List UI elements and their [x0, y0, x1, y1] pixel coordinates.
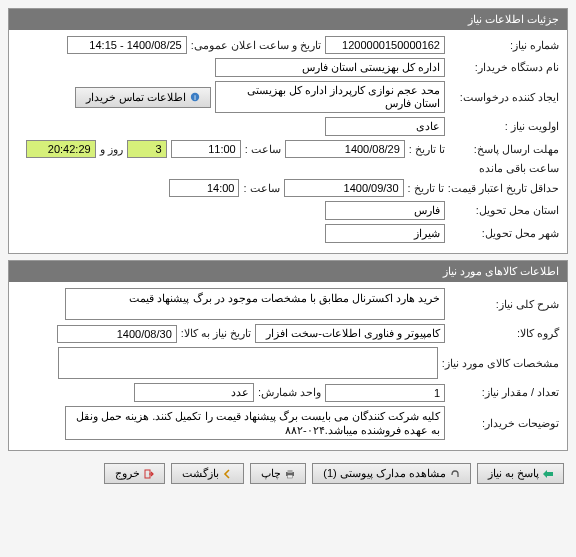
label-time-1: ساعت : — [245, 143, 281, 156]
field-price-valid-date: 1400/09/30 — [284, 179, 404, 197]
label-reply-deadline: مهلت ارسال پاسخ: — [449, 143, 559, 156]
label-buyer-notes: توضیحات خریدار: — [449, 417, 559, 430]
field-spec — [58, 347, 438, 379]
label-city: شهر محل تحویل: — [449, 227, 559, 240]
label-province: استان محل تحویل: — [449, 204, 559, 217]
attachment-icon — [450, 469, 460, 479]
field-deadline-date: 1400/08/29 — [285, 140, 405, 158]
label-creator: ایجاد کننده درخواست: — [449, 91, 559, 104]
need-details-panel: جزئیات اطلاعات نیاز شماره نیاز: 12000001… — [8, 8, 568, 254]
back-button[interactable]: بازگشت — [171, 463, 244, 484]
field-buyer: اداره کل بهزیستی استان فارس — [215, 58, 445, 77]
field-price-valid-time: 14:00 — [169, 179, 239, 197]
svg-rect-3 — [288, 470, 293, 473]
label-priority: اولویت نیاز : — [449, 120, 559, 133]
attachments-label: مشاهده مدارک پیوستی (1) — [323, 467, 446, 480]
label-time-2: ساعت : — [243, 182, 279, 195]
goods-info-panel: اطلاعات کالاهای مورد نیاز شرح کلی نیاز: … — [8, 260, 568, 451]
field-need-date: 1400/08/30 — [57, 325, 177, 343]
exit-button[interactable]: خروج — [104, 463, 165, 484]
back-icon — [223, 469, 233, 479]
buyer-contact-button[interactable]: i اطلاعات تماس خریدار — [75, 87, 211, 108]
field-unit: عدد — [134, 383, 254, 402]
need-details-body: شماره نیاز: 1200000150000162 تاریخ و ساع… — [9, 30, 567, 253]
field-city: شیراز — [325, 224, 445, 243]
label-overall-desc: شرح کلی نیاز: — [449, 298, 559, 311]
label-days-word: روز و — [100, 143, 123, 156]
field-remaining-days: 3 — [127, 140, 167, 158]
action-bar: پاسخ به نیاز مشاهده مدارک پیوستی (1) چاپ… — [8, 457, 568, 490]
field-deadline-time: 11:00 — [171, 140, 241, 158]
label-price-to-date: تا تاریخ : — [408, 182, 444, 195]
label-to-date-1: تا تاریخ : — [409, 143, 445, 156]
need-details-header: جزئیات اطلاعات نیاز — [9, 9, 567, 30]
attachments-button[interactable]: مشاهده مدارک پیوستی (1) — [312, 463, 471, 484]
exit-label: خروج — [115, 467, 140, 480]
goods-info-body: شرح کلی نیاز: خرید هارد اکسترنال مطابق ب… — [9, 282, 567, 450]
respond-button[interactable]: پاسخ به نیاز — [477, 463, 564, 484]
print-icon — [285, 469, 295, 479]
field-announce: 1400/08/25 - 14:15 — [67, 36, 187, 54]
field-buyer-notes: کلیه شرکت کنندگان می بایست برگ پیشنهاد ق… — [65, 406, 445, 440]
label-need-date: تاریخ نیاز به کالا: — [181, 327, 251, 340]
label-announce: تاریخ و ساعت اعلان عمومی: — [191, 39, 321, 52]
print-label: چاپ — [261, 467, 281, 480]
field-overall-desc: خرید هارد اکسترنال مطابق با مشخصات موجود… — [65, 288, 445, 320]
info-icon: i — [190, 92, 200, 102]
exit-icon — [144, 469, 154, 479]
field-province: فارس — [325, 201, 445, 220]
label-group: گروه کالا: — [449, 327, 559, 340]
print-button[interactable]: چاپ — [250, 463, 306, 484]
svg-rect-4 — [288, 475, 293, 478]
field-need-no: 1200000150000162 — [325, 36, 445, 54]
label-unit: واحد شمارش: — [258, 386, 321, 399]
field-creator: محد عجم نوازی کارپرداز اداره کل بهزیستی … — [215, 81, 445, 113]
respond-label: پاسخ به نیاز — [488, 467, 539, 480]
field-priority: عادی — [325, 117, 445, 136]
goods-info-header: اطلاعات کالاهای مورد نیاز — [9, 261, 567, 282]
buyer-contact-label: اطلاعات تماس خریدار — [86, 91, 186, 104]
label-spec: مشخصات کالای مورد نیاز: — [442, 357, 559, 370]
back-label: بازگشت — [182, 467, 219, 480]
label-qty: تعداد / مقدار نیاز: — [449, 386, 559, 399]
label-need-no: شماره نیاز: — [449, 39, 559, 52]
field-qty: 1 — [325, 384, 445, 402]
label-hours-remain: ساعت باقی مانده — [479, 162, 559, 175]
field-remaining-time: 20:42:29 — [26, 140, 96, 158]
reply-icon — [543, 469, 553, 479]
label-buyer: نام دستگاه خریدار: — [449, 61, 559, 74]
field-group: کامپیوتر و فناوری اطلاعات-سخت افزار — [255, 324, 445, 343]
label-price-valid: حداقل تاریخ اعتبار قیمت: — [448, 182, 559, 195]
